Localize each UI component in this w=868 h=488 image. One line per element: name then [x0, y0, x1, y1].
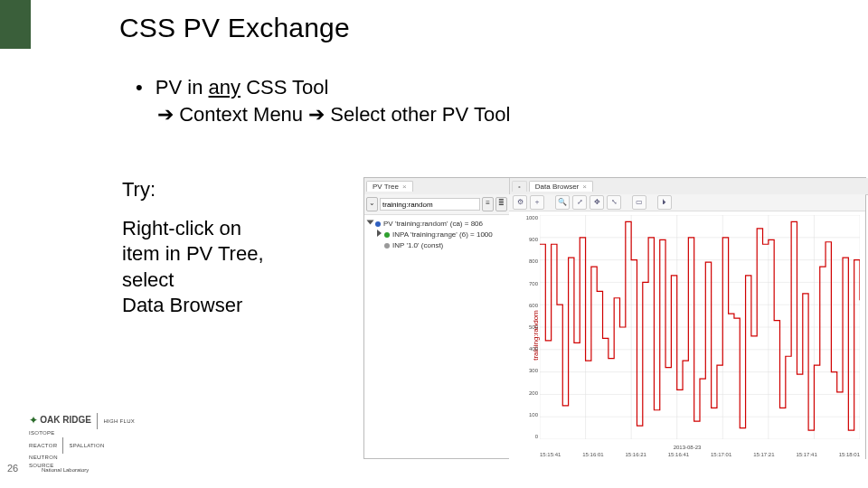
- y-tick: 400: [529, 346, 538, 352]
- bullet-block: • PV in any CSS Tool ➔ Context Menu ➔ Se…: [136, 74, 510, 127]
- x-tick: 15:18:01: [839, 452, 860, 457]
- x-tick: 15:17:41: [796, 452, 816, 457]
- separator-icon: [62, 437, 63, 454]
- bullet-line-1: • PV in any CSS Tool: [136, 74, 510, 101]
- line-chart[interactable]: [540, 215, 860, 439]
- config-button[interactable]: ⚙: [513, 195, 527, 210]
- collapse-tree-button[interactable]: ≣: [495, 197, 507, 211]
- tab-label: Data Browser: [535, 183, 579, 191]
- add-pv-button[interactable]: ＋: [530, 195, 544, 210]
- bullet-line2-a: Context Menu: [179, 103, 308, 126]
- separator-icon: [97, 413, 98, 429]
- close-icon[interactable]: ×: [402, 183, 407, 191]
- y-tick: 700: [529, 281, 538, 286]
- try-body-1: Right-click on: [122, 216, 264, 242]
- search-row: ⌄ ≡ ≣: [364, 194, 509, 215]
- left-tab-bar: PV Tree×: [364, 178, 513, 195]
- lab-sub: National Laboratory: [42, 467, 135, 474]
- zoom-out-button[interactable]: ⤢: [572, 195, 587, 210]
- page-number: 26: [7, 463, 18, 474]
- slide-title: CSS PV Exchange: [119, 13, 350, 43]
- x-tick: 15:16:01: [582, 452, 603, 457]
- tree-root[interactable]: PV 'training:random' (ca) = 806: [368, 219, 505, 230]
- bullet-line2-b: Select other PV Tool: [330, 103, 510, 126]
- y-tick: 1000: [526, 215, 538, 221]
- try-label: Try:: [122, 177, 264, 203]
- pan-button[interactable]: ✥: [590, 195, 604, 210]
- bullet-dot-icon: •: [136, 76, 143, 99]
- snapshot-button[interactable]: ▭: [632, 195, 646, 210]
- x-tick: 15:17:21: [753, 452, 774, 457]
- y-tick: 800: [529, 258, 538, 264]
- autoscale-button[interactable]: ⤡: [607, 195, 621, 210]
- try-body-3: select: [122, 267, 264, 294]
- right-tab-bar: • Data Browser×: [509, 178, 868, 195]
- tab-data-browser-ghost: •: [512, 181, 527, 192]
- expand-icon[interactable]: [367, 221, 374, 225]
- bullet-text-pre: PV in: [156, 76, 209, 99]
- data-browser-pane: ⚙ ＋ 🔍 ⤢ ✥ ⤡ ▭ ⏵ training:random 10009008…: [509, 194, 865, 458]
- chart-toolbar: ⚙ ＋ 🔍 ⤢ ✥ ⤡ ▭ ⏵: [509, 194, 865, 211]
- y-tick: 100: [529, 412, 538, 418]
- y-tick: 600: [529, 303, 538, 308]
- tree-root-label: PV 'training:random' (ca) = 806: [383, 220, 483, 228]
- y-tick: 200: [529, 390, 538, 396]
- history-back-button[interactable]: ⌄: [366, 197, 378, 211]
- pv-icon: [384, 232, 390, 238]
- x-axis-ticks: 15:15:4115:16:0115:16:2115:16:4115:17:01…: [540, 452, 860, 457]
- pv-search-input[interactable]: [380, 198, 480, 211]
- leaf-icon: ✦: [29, 414, 38, 427]
- zoom-in-button[interactable]: 🔍: [555, 195, 570, 210]
- embedded-app-screenshot: PV Tree× • Data Browser× ⌄ ≡ ≣ PV 'train…: [363, 177, 866, 459]
- x-tick: 15:17:01: [711, 452, 731, 457]
- chart-area[interactable]: training:random 100090080070060050040030…: [509, 211, 865, 459]
- x-tick: 15:16:21: [625, 452, 646, 457]
- y-tick: 0: [535, 434, 538, 439]
- pv-tree: PV 'training:random' (ca) = 806 INPA 'tr…: [364, 215, 509, 255]
- tab-label: PV Tree: [373, 183, 399, 191]
- lab-name: OAK RIDGE: [40, 415, 91, 425]
- bullet-line-2: ➔ Context Menu ➔ Select other PV Tool: [136, 101, 510, 128]
- tree-child1-label: INPA 'training:range' (6) = 1000: [392, 230, 493, 239]
- tree-child[interactable]: INPA 'training:range' (6) = 1000: [368, 230, 505, 240]
- y-axis-ticks: 10009008007006005004003002001000: [522, 215, 538, 439]
- close-icon[interactable]: ×: [582, 183, 587, 191]
- footer-logo: ✦ OAK RIDGE HIGH FLUX ISOTOPE REACTOR SP…: [29, 413, 135, 474]
- expand-tree-button[interactable]: ≡: [482, 197, 494, 211]
- try-block: Try: Right-click on item in PV Tree, sel…: [122, 177, 264, 319]
- bullet-text-any: any: [209, 76, 241, 99]
- scroll-toggle-button[interactable]: ⏵: [657, 195, 672, 210]
- tree-child[interactable]: INP '1.0' (const): [368, 240, 505, 251]
- bullet-text-post: CSS Tool: [241, 76, 328, 99]
- y-tick: 500: [529, 324, 538, 330]
- accent-bar: [0, 0, 31, 49]
- expand-icon[interactable]: [377, 230, 382, 237]
- tab-data-browser[interactable]: Data Browser×: [529, 181, 593, 192]
- try-body-2: item in PV Tree,: [122, 241, 264, 267]
- x-tick: 15:15:41: [540, 452, 561, 457]
- x-axis-date: 2013-08-23: [674, 445, 702, 450]
- arrow-icon: ➔: [157, 103, 174, 126]
- pv-icon: [375, 221, 381, 227]
- y-tick: 900: [529, 237, 538, 242]
- y-tick: 300: [529, 368, 538, 373]
- x-tick: 15:16:41: [668, 452, 689, 457]
- pv-tree-pane: ⌄ ≡ ≣ PV 'training:random' (ca) = 806 IN…: [364, 194, 510, 458]
- tab-pv-tree[interactable]: PV Tree×: [366, 181, 413, 192]
- arrow-icon: ➔: [308, 103, 325, 126]
- try-body-4: Data Browser: [122, 293, 264, 319]
- tree-child2-label: INP '1.0' (const): [392, 241, 443, 249]
- pv-icon: [384, 243, 390, 249]
